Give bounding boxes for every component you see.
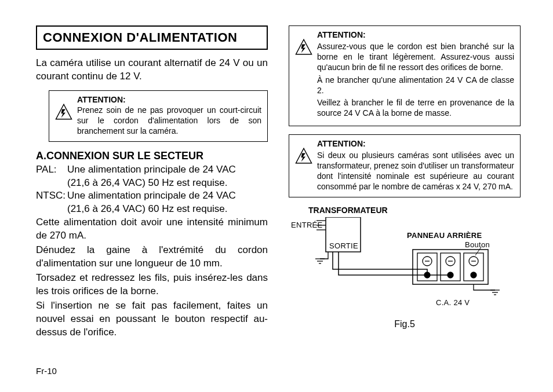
section-a-p4: Si l'insertion ne se fait pas facilement…	[36, 299, 268, 339]
transformer-title: TRANSFORMATEUR	[308, 206, 521, 215]
label-ca24v: C.A. 24 V	[436, 298, 470, 307]
columns: CONNEXION D'ALIMENTATION La caméra utili…	[36, 25, 521, 360]
attention-heading: ATTENTION:	[77, 95, 261, 104]
attention-box-3: ATTENTION: Si deux ou plusieurs caméras …	[289, 134, 521, 197]
attention2-line1: Assurez-vous que le cordon est bien bran…	[317, 42, 514, 73]
label-panneau: PANNEAU ARRIÈRE	[407, 231, 482, 240]
label-entree: ENTRÉE	[291, 221, 323, 229]
svg-marker-1	[296, 39, 312, 54]
section-a-body: PAL: Une alimentation principale de 24 V…	[36, 163, 268, 339]
page-footer: Fr-10	[36, 366, 521, 376]
attention-content: ATTENTION: Assurez-vous que le cordon es…	[317, 30, 514, 121]
right-column: ATTENTION: Assurez-vous que le cordon es…	[285, 25, 521, 360]
pal-label: PAL:	[36, 163, 67, 177]
attention-text: Prenez soin de ne pas provoquer un court…	[77, 105, 261, 137]
attention3-text: Si deux ou plusieurs caméras sont utilis…	[317, 151, 514, 192]
pal-line1: Une alimentation principale de 24 VAC	[67, 163, 236, 177]
attention2-line2: À ne brancher qu'une alimentation 24 V C…	[317, 75, 514, 96]
label-bouton: Bouton	[465, 240, 490, 249]
ntsc-line1: Une alimentation principale de 24 VAC	[67, 189, 236, 203]
label-sortie: SORTIE	[329, 241, 358, 250]
attention-box-2: ATTENTION: Assurez-vous que le cordon es…	[289, 25, 521, 126]
pal-line2: (21,6 à 26,4 VAC) 50 Hz est requise.	[36, 177, 268, 190]
left-column: CONNEXION D'ALIMENTATION La caméra utili…	[36, 25, 271, 360]
section-a-title: A.CONNEXION SUR LE SECTEUR	[36, 150, 268, 162]
main-title: CONNEXION D'ALIMENTATION	[36, 25, 268, 50]
warning-icon	[55, 103, 72, 137]
diagram-fig5: ENTRÉE SORTIE PANNEAU ARRIÈRE Bouton C.A…	[291, 217, 500, 316]
attention-content: ATTENTION: Prenez soin de ne pas provoqu…	[77, 95, 261, 137]
figure-caption: Fig.5	[289, 319, 521, 329]
section-a-p3: Torsadez et redressez les fils, puis ins…	[36, 272, 268, 298]
warning-icon	[295, 147, 312, 192]
warning-icon	[295, 38, 312, 121]
svg-marker-0	[56, 104, 72, 119]
section-a-p1: Cette alimentation doit avoir une intens…	[36, 216, 268, 243]
ntsc-label: NTSC:	[36, 189, 67, 203]
attention-heading: ATTENTION:	[317, 139, 514, 149]
attention2-line3: Veillez à brancher le fil de terre en pr…	[317, 98, 514, 119]
attention-content: ATTENTION: Si deux ou plusieurs caméras …	[317, 139, 514, 192]
intro-paragraph: La caméra utilise un courant alternatif …	[36, 57, 268, 83]
svg-point-22	[471, 272, 476, 278]
page: CONNEXION D'ALIMENTATION La caméra utili…	[0, 0, 553, 392]
attention-box-1: ATTENTION: Prenez soin de ne pas provoqu…	[49, 90, 268, 142]
svg-marker-2	[296, 149, 312, 164]
section-a-p2: Dénudez la gaine à l'extrémité du cordon…	[36, 244, 268, 270]
attention-heading: ATTENTION:	[317, 30, 514, 41]
ntsc-line2: (21,6 à 26,4 VAC) 60 Hz est requise.	[36, 203, 268, 216]
